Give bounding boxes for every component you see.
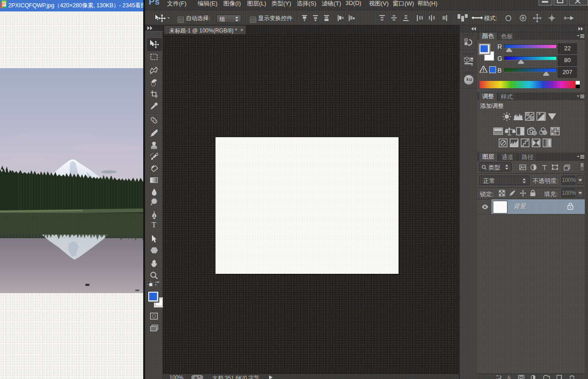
svg-text:fx: fx	[507, 375, 511, 379]
